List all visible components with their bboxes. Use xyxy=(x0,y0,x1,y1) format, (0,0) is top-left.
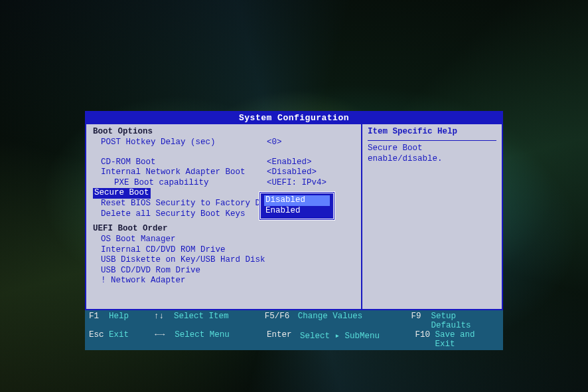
boot-options-header: Boot Options xyxy=(93,127,356,138)
left-panel: Boot Options POST Hotkey Delay (sec) <0>… xyxy=(86,124,362,309)
help-text: Secure Boot enable/disable. xyxy=(368,144,496,164)
footer-enter: EnterSelect ▸ SubMenu xyxy=(267,330,415,349)
uefi-net-row[interactable]: ! Network Adapter xyxy=(93,276,356,286)
main-area: Boot Options POST Hotkey Delay (sec) <0>… xyxy=(86,124,502,309)
secure-boot-label: Secure Boot xyxy=(93,188,151,199)
uefi-cddvd-row[interactable]: Internal CD/DVD ROM Drive xyxy=(93,245,356,256)
uefi-usb-disk-row[interactable]: USB Diskette on Key/USB Hard Disk xyxy=(93,255,356,266)
footer-f9: F9Setup Defaults xyxy=(411,312,499,330)
help-panel: Item Specific Help Secure Boot enable/di… xyxy=(362,124,502,309)
uefi-usb-cd-row[interactable]: USB CD/DVD Rom Drive xyxy=(93,266,356,276)
help-title: Item Specific Help xyxy=(368,127,496,138)
popup-option-disabled[interactable]: Disabled xyxy=(264,195,330,206)
delete-keys-label: Delete all Security Boot Keys xyxy=(93,209,246,220)
net-adapter-label: Internal Network Adapter Boot xyxy=(93,167,246,178)
footer-updown: ↑↓Select Item xyxy=(154,312,265,330)
footer-f5f6: F5/F6Change Values xyxy=(265,312,411,330)
bios-window: System Configuration Boot Options POST H… xyxy=(85,111,503,310)
secure-boot-popup: Disabled Enabled xyxy=(259,191,335,220)
popup-option-enabled[interactable]: Enabled xyxy=(264,206,330,217)
title-bar: System Configuration xyxy=(86,112,502,124)
help-divider xyxy=(368,140,496,141)
footer-f10: F10Save and Exit xyxy=(415,330,499,349)
post-hotkey-value: <0> xyxy=(267,138,282,148)
post-hotkey-delay-row[interactable]: POST Hotkey Delay (sec) <0> xyxy=(93,138,356,148)
cdrom-boot-value: <Enabled> xyxy=(267,157,312,168)
net-adapter-value: <Disabled> xyxy=(267,167,317,178)
pxe-label: PXE Boot capability xyxy=(93,178,209,189)
uefi-usb-disk: USB Diskette on Key/USB Hard Disk xyxy=(93,255,265,266)
cdrom-boot-row[interactable]: CD-ROM Boot <Enabled> xyxy=(93,157,356,168)
uefi-cddvd: Internal CD/DVD ROM Drive xyxy=(93,245,226,256)
footer-esc: EscExit xyxy=(89,330,155,349)
cdrom-boot-label: CD-ROM Boot xyxy=(93,157,156,168)
uefi-os-boot: OS Boot Manager xyxy=(93,235,176,245)
uefi-boot-order-header: UEFI Boot Order xyxy=(93,224,356,235)
footer-f1: F1Help xyxy=(89,312,154,330)
net-adapter-boot-row[interactable]: Internal Network Adapter Boot <Disabled> xyxy=(93,167,356,178)
uefi-usb-cd: USB CD/DVD Rom Drive xyxy=(93,266,200,276)
pxe-boot-row[interactable]: PXE Boot capability <UEFI: IPv4> xyxy=(93,178,356,189)
footer-bar: F1Help ↑↓Select Item F5/F6Change Values … xyxy=(85,310,503,350)
uefi-os-boot-row[interactable]: OS Boot Manager xyxy=(93,235,356,245)
pxe-value: <UEFI: IPv4> xyxy=(267,178,327,189)
footer-leftright: ←→Select Menu xyxy=(155,330,267,349)
post-hotkey-label: POST Hotkey Delay (sec) xyxy=(93,138,216,148)
uefi-net: ! Network Adapter xyxy=(93,276,186,286)
